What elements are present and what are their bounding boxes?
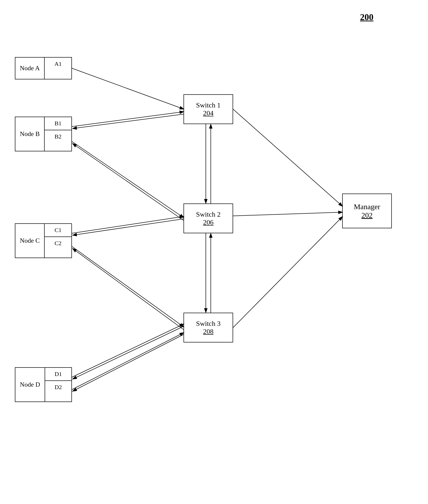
node-c-port-c1: C1 xyxy=(45,224,71,237)
svg-line-20 xyxy=(233,212,343,216)
node-d-label: Node D xyxy=(15,368,45,402)
switch-2: Switch 2 206 xyxy=(183,203,233,233)
switch-1-name: Switch 1 xyxy=(196,101,221,109)
switch-3-name: Switch 3 xyxy=(196,320,221,328)
switch-1-ref: 204 xyxy=(203,109,214,117)
manager: Manager 202 xyxy=(342,194,392,228)
node-d: Node D D1 D2 xyxy=(15,367,72,402)
node-c: Node C C1 C2 xyxy=(15,223,72,258)
switch-3: Switch 3 208 xyxy=(183,313,233,342)
diagram-container: 200 Node A A1 Node B B1 B2 Node C C1 C2 … xyxy=(0,0,428,504)
svg-line-6 xyxy=(72,143,183,220)
svg-line-10 xyxy=(72,248,183,330)
node-a: Node A A1 xyxy=(15,57,72,79)
svg-line-8 xyxy=(72,219,183,235)
node-a-port-a1: A1 xyxy=(45,58,71,70)
switch-1: Switch 1 204 xyxy=(183,94,233,124)
node-b-port-b2: B2 xyxy=(45,130,71,143)
ref-label: 200 xyxy=(360,12,373,22)
svg-line-14 xyxy=(72,335,183,391)
switch-2-ref: 206 xyxy=(203,218,214,226)
manager-ref: 202 xyxy=(362,211,373,219)
svg-line-12 xyxy=(72,326,183,379)
node-b-label: Node B xyxy=(15,117,45,151)
svg-line-21 xyxy=(233,216,343,328)
svg-line-9 xyxy=(72,246,184,327)
node-a-label: Node A xyxy=(15,58,45,79)
svg-line-13 xyxy=(72,333,184,390)
svg-line-11 xyxy=(72,324,184,377)
node-c-port-c2: C2 xyxy=(45,237,71,250)
svg-line-4 xyxy=(72,114,183,129)
manager-name: Manager xyxy=(354,202,380,211)
node-c-label: Node C xyxy=(15,224,45,258)
svg-line-7 xyxy=(72,216,184,233)
svg-line-5 xyxy=(72,141,184,218)
switch-3-ref: 208 xyxy=(203,328,214,336)
switch-2-name: Switch 2 xyxy=(196,210,221,218)
node-b: Node B B1 B2 xyxy=(15,117,72,151)
node-d-port-d2: D2 xyxy=(45,381,71,394)
node-d-port-d1: D1 xyxy=(45,368,71,381)
node-b-port-b1: B1 xyxy=(45,117,71,130)
svg-line-2 xyxy=(72,68,184,109)
svg-line-3 xyxy=(72,112,184,127)
svg-line-19 xyxy=(233,109,343,206)
